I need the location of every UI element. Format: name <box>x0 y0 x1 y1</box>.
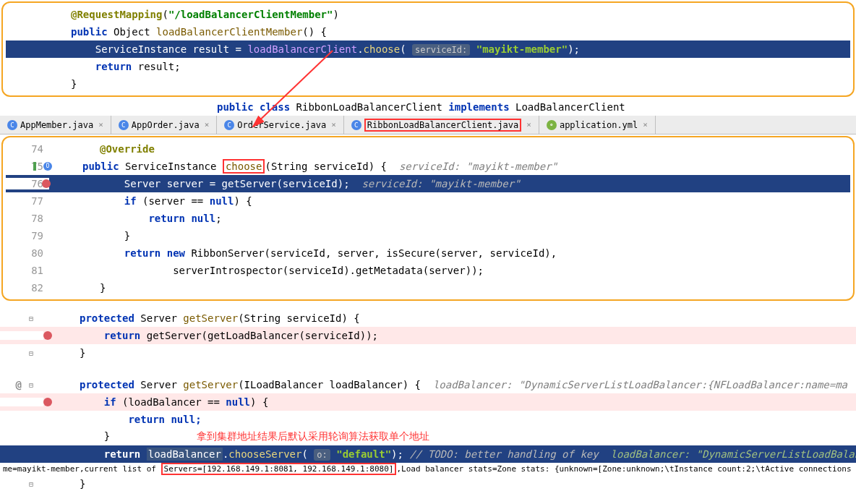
collapse-icon[interactable]: ⊟ <box>29 480 38 488</box>
code-line: return null; <box>0 411 856 428</box>
close-icon[interactable]: × <box>643 120 648 129</box>
collapse-icon[interactable]: ⊟ <box>29 315 38 323</box>
code-line: }拿到集群地址结果后默认采用轮询算法获取单个地址 <box>0 428 856 445</box>
java-icon: C <box>119 120 129 130</box>
code-line: 82 } <box>6 279 850 296</box>
line-number: 74 <box>31 143 43 155</box>
tab-appyml[interactable]: ⚬application.yml× <box>539 116 656 134</box>
code-line: 74 @Override <box>6 140 850 158</box>
tab-appmember[interactable]: CAppMember.java× <box>0 116 111 134</box>
code-panel-1: @RequestMapping("/loadBalancerClientMemb… <box>1 1 855 97</box>
code-line: @RequestMapping("/loadBalancerClientMemb… <box>6 6 850 23</box>
collapse-icon[interactable]: ⊟ <box>29 349 38 357</box>
line-number: 80 <box>31 247 43 259</box>
param-hint: o: <box>314 449 330 461</box>
code-line: @⊟ protected Server getServer(ILoadBalan… <box>0 376 856 393</box>
close-icon[interactable]: × <box>526 120 531 129</box>
tab-ribbonlbc[interactable]: CRibbonLoadBalancerClient.java× <box>344 116 539 134</box>
close-icon[interactable]: × <box>205 120 210 129</box>
code-line: } <box>6 75 850 93</box>
breakpoint-icon[interactable] <box>42 179 51 188</box>
code-line-highlighted: ServiceInstance result = loadBalancerCli… <box>6 40 850 58</box>
code-line: if (loadBalancer == null) { <box>0 393 856 411</box>
at-icon: @ <box>16 379 22 390</box>
tab-orderservice[interactable]: COrderService.java× <box>217 116 343 134</box>
code-line: 79 } <box>6 227 850 244</box>
debug-status-line: me=mayikt-member,current list of Servers… <box>0 463 856 475</box>
code-line: ⊟ } <box>0 344 856 362</box>
code-line: ⊟ protected Server getServer(String serv… <box>0 309 856 327</box>
annotation: @RequestMapping <box>71 9 162 20</box>
line-number: 82 <box>31 282 43 294</box>
line-number: 79 <box>31 230 43 242</box>
class-declaration: public class RibbonLoadBalancerClient im… <box>0 98 856 116</box>
code-line: 81 serverIntrospector(serviceId).getMeta… <box>6 262 850 279</box>
code-line: 78 return null; <box>6 210 850 227</box>
java-icon: C <box>7 120 17 130</box>
param-hint: serviceId: <box>412 44 470 56</box>
java-icon: C <box>224 120 234 130</box>
java-icon: C <box>351 120 361 130</box>
collapse-icon[interactable]: ⊟ <box>29 381 38 389</box>
code-line: ⊟ } <box>0 475 856 492</box>
breakpoint-icon[interactable] <box>43 331 52 340</box>
editor-tabs: CAppMember.java× CAppOrder.java× COrderS… <box>0 116 856 134</box>
code-line: public Object loadBalancerClientMember()… <box>6 23 850 40</box>
line-number: 78 <box>31 213 43 224</box>
breakpoint-icon[interactable] <box>43 398 52 406</box>
code-line: 77 if (server == null) { <box>6 192 850 210</box>
line-number: 77 <box>31 195 43 207</box>
line-number: 81 <box>31 265 43 276</box>
code-line: return getServer(getLoadBalancer(service… <box>0 327 856 344</box>
code-line: 75 O public ServiceInstance choose(Strin… <box>6 158 850 175</box>
code-line-highlighted: 76 Server server = getServer(serviceId);… <box>6 175 850 192</box>
code-line: return result; <box>6 58 850 75</box>
code-line-highlighted: return loadBalancer.chooseServer( o: "de… <box>0 445 856 463</box>
code-panel-3: ⊟ protected Server getServer(String serv… <box>0 309 856 504</box>
close-icon[interactable]: × <box>331 120 336 129</box>
close-icon[interactable]: × <box>98 120 103 129</box>
code-line: 80 return new RibbonServer(serviceId, se… <box>6 244 850 262</box>
yml-icon: ⚬ <box>547 120 557 130</box>
vcs-marker <box>33 162 36 171</box>
code-panel-2: 74 @Override 75 O public ServiceInstance… <box>1 136 855 301</box>
annotation-text: 拿到集群地址结果后默认采用轮询算法获取单个地址 <box>197 430 429 442</box>
tab-apporder[interactable]: CAppOrder.java× <box>111 116 218 134</box>
